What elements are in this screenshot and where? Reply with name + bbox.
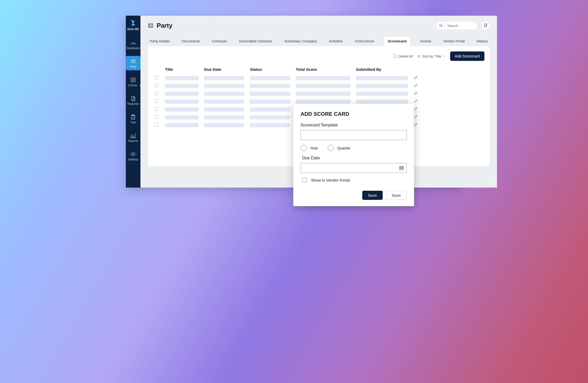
svg-rect-10 bbox=[400, 168, 401, 169]
tab-party-details[interactable]: Party Details bbox=[148, 37, 172, 46]
col-total-score: Total Score bbox=[296, 67, 356, 72]
cell-title bbox=[165, 92, 199, 96]
panel-toolbar: Select All Sort by: Title Add Scorecard bbox=[153, 51, 484, 61]
notifications-button[interactable] bbox=[481, 21, 490, 30]
due-date-label: Due Date bbox=[302, 156, 407, 160]
svg-rect-11 bbox=[401, 168, 402, 169]
cell-submitted-by bbox=[356, 76, 408, 80]
cell-submitted-by bbox=[356, 84, 408, 88]
chevron-down-icon bbox=[443, 55, 445, 57]
svg-point-0 bbox=[131, 60, 133, 61]
calendar-icon[interactable] bbox=[399, 165, 404, 171]
cell-status bbox=[250, 84, 290, 88]
edit-icon[interactable] bbox=[414, 123, 418, 127]
sidebar-item-party[interactable]: Party bbox=[126, 56, 140, 70]
row-checkbox[interactable] bbox=[155, 84, 158, 87]
row-checkbox[interactable] bbox=[155, 91, 158, 95]
svg-point-8 bbox=[440, 24, 442, 26]
tab-activities[interactable]: Activities bbox=[327, 37, 345, 46]
list-icon bbox=[148, 23, 154, 28]
cell-title bbox=[165, 107, 199, 112]
table-row bbox=[155, 82, 483, 90]
radio-year[interactable]: Year bbox=[301, 145, 318, 151]
radio-icon bbox=[301, 145, 307, 151]
cell-due-date bbox=[204, 76, 244, 80]
tab-documents[interactable]: Documents bbox=[180, 37, 202, 46]
template-label: Scorecard Template bbox=[301, 123, 407, 127]
bell-icon bbox=[483, 24, 488, 28]
page-title: Party bbox=[157, 22, 172, 29]
add-scorecard-button[interactable]: Add Scorecard bbox=[450, 51, 485, 61]
edit-icon[interactable] bbox=[414, 83, 418, 88]
select-all-toggle[interactable]: Select All bbox=[393, 54, 413, 58]
svg-rect-5 bbox=[149, 24, 153, 28]
cell-submitted-by bbox=[356, 100, 408, 104]
tab-invoice[interactable]: Invoice bbox=[418, 37, 433, 46]
tab-contracts[interactable]: Contracts bbox=[210, 37, 229, 46]
sidebar-item-label: Requests bbox=[127, 102, 139, 105]
edit-icon[interactable] bbox=[414, 115, 418, 119]
radio-quarter[interactable]: Quarter bbox=[328, 145, 350, 151]
cell-total-score bbox=[296, 92, 350, 96]
task-icon bbox=[130, 114, 137, 120]
cell-due-date bbox=[204, 92, 244, 96]
svg-point-6 bbox=[149, 25, 150, 25]
svg-rect-2 bbox=[131, 78, 135, 82]
edit-icon[interactable] bbox=[414, 107, 418, 111]
sidebar-item-reports[interactable]: Reports bbox=[126, 130, 140, 144]
search-input[interactable] bbox=[447, 24, 468, 28]
svg-point-7 bbox=[149, 26, 150, 27]
tab-coi-licence[interactable]: COI/Licence bbox=[353, 37, 376, 46]
checkbox-icon bbox=[302, 178, 307, 182]
sidebar-item-requests[interactable]: Requests bbox=[126, 93, 140, 107]
cell-total-score bbox=[296, 76, 350, 80]
sort-by-dropdown[interactable]: Sort by: Title bbox=[417, 54, 445, 58]
col-due-date: Due Date bbox=[204, 67, 250, 72]
brand: Dock 365 bbox=[127, 19, 139, 31]
row-checkbox[interactable] bbox=[155, 115, 158, 119]
row-checkbox[interactable] bbox=[155, 99, 158, 103]
cell-due-date bbox=[204, 123, 244, 127]
modal-save-primary-button[interactable]: Save bbox=[362, 191, 383, 200]
sidebar-item-dashboard[interactable]: Dashboard bbox=[126, 37, 140, 52]
tab-scorecard[interactable]: Scrorecard bbox=[384, 37, 410, 46]
tab-subsidiary-company[interactable]: SUbsidary Company bbox=[282, 37, 319, 46]
party-icon bbox=[130, 59, 137, 64]
show-in-vendor-label: Show in Vendor Portal bbox=[311, 178, 350, 182]
table-row bbox=[155, 90, 483, 98]
edit-icon[interactable] bbox=[414, 99, 418, 103]
cell-status bbox=[250, 100, 290, 104]
row-checkbox[interactable] bbox=[155, 123, 158, 126]
sort-by-label: Sort by: Title bbox=[422, 54, 441, 58]
cell-total-score bbox=[296, 100, 350, 104]
tab-associated-contracts[interactable]: Associated Contracts bbox=[237, 37, 275, 46]
tab-vendor-portal[interactable]: Vendor Portal bbox=[441, 37, 467, 46]
sidebar-item-label: Task bbox=[130, 121, 136, 124]
sidebar-item-settings[interactable]: Settings bbox=[126, 149, 140, 163]
sidebar-item-label: Dashboard bbox=[127, 47, 140, 50]
reports-icon bbox=[130, 133, 137, 138]
period-radio-group: Year Quarter bbox=[301, 145, 407, 151]
modal-save-secondary-button[interactable]: Save bbox=[386, 191, 407, 200]
sidebar-item-task[interactable]: Task bbox=[126, 112, 140, 126]
row-checkbox[interactable] bbox=[155, 107, 158, 111]
select-all-label: Select All bbox=[399, 54, 413, 58]
requests-icon bbox=[130, 96, 137, 101]
sidebar: Dock 365 Dashboard Party Contract bbox=[126, 16, 140, 188]
edit-icon[interactable] bbox=[414, 76, 418, 80]
show-in-vendor-portal-toggle[interactable]: Show in Vendor Portal bbox=[302, 178, 407, 182]
edit-icon[interactable] bbox=[414, 91, 418, 95]
tab-history[interactable]: History bbox=[474, 37, 490, 46]
sidebar-item-label: Settings bbox=[128, 158, 138, 161]
cell-due-date bbox=[204, 100, 244, 104]
due-date-input[interactable] bbox=[301, 163, 407, 173]
sidebar-item-label: Contract bbox=[128, 84, 138, 87]
row-checkbox[interactable] bbox=[155, 76, 158, 79]
scorecard-template-input[interactable] bbox=[301, 130, 407, 140]
cell-title bbox=[165, 84, 199, 88]
search-icon bbox=[439, 24, 443, 27]
search-box[interactable] bbox=[436, 21, 478, 30]
sidebar-item-label: Reports bbox=[128, 140, 138, 142]
cell-due-date bbox=[204, 84, 244, 88]
svg-point-1 bbox=[134, 60, 135, 61]
